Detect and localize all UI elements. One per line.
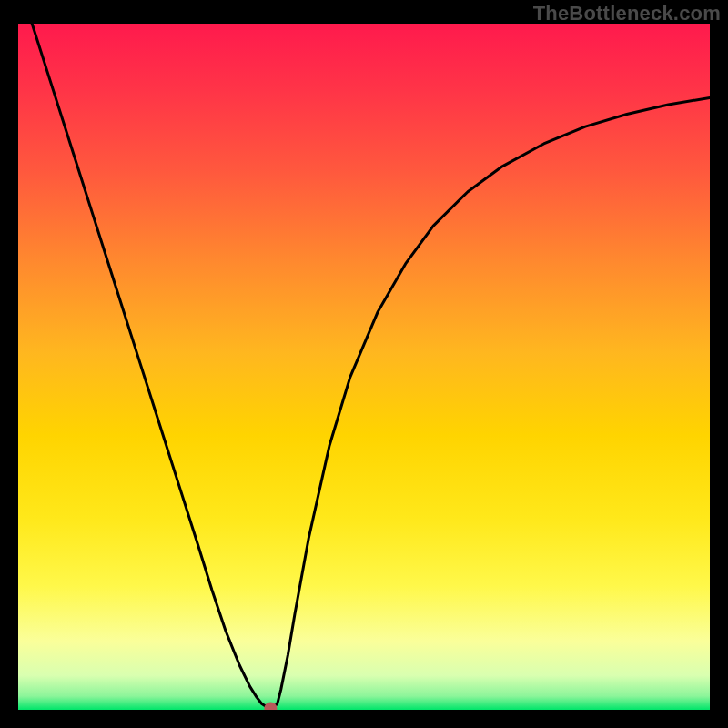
chart-frame: TheBottleneck.com (0, 0, 728, 728)
plot-svg (18, 24, 710, 710)
gradient-background (18, 24, 710, 710)
watermark-text: TheBottleneck.com (533, 2, 721, 25)
plot-area (18, 24, 710, 710)
